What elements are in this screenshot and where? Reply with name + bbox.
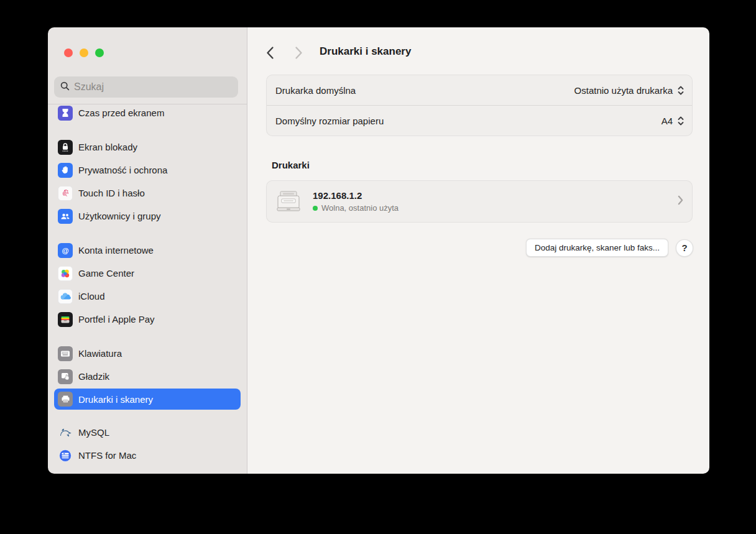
defaults-card: Drukarka domyślna Ostatnio użyta drukark… xyxy=(266,75,693,136)
system-settings-window: Szukaj Czas przed ekranem Ekran blokady xyxy=(48,27,709,474)
sidebar-item-touch-id-i-haslo[interactable]: Touch ID i hasło xyxy=(54,182,241,205)
forward-chevron-icon[interactable] xyxy=(291,45,306,61)
sidebar-item-label: Konta internetowe xyxy=(78,245,154,255)
cloud-icon xyxy=(58,289,73,304)
sidebar-item-czas-przed-ekranem[interactable]: Czas przed ekranem xyxy=(54,104,241,124)
sidebar-item-ekran-blokady[interactable]: Ekran blokady xyxy=(54,136,241,159)
wallet-icon xyxy=(58,312,73,327)
content-pane: Drukarki i skanery Drukarka domyślna Ost… xyxy=(247,27,709,474)
printer-status-text: Wolna, ostatnio użyta xyxy=(321,203,399,213)
dolphin-icon xyxy=(58,425,73,440)
sidebar-item-gladzik[interactable]: Gładzik xyxy=(54,365,241,388)
search-placeholder: Szukaj xyxy=(74,81,104,93)
hand-icon xyxy=(58,163,73,178)
actions-row: Dodaj drukarkę, skaner lub faks... ? xyxy=(526,239,693,257)
help-button[interactable]: ? xyxy=(676,239,693,257)
printers-section-title: Drukarki xyxy=(272,160,310,170)
sidebar-item-label: MySQL xyxy=(78,427,109,438)
nav-controls xyxy=(262,45,306,61)
sidebar: Szukaj Czas przed ekranem Ekran blokady xyxy=(48,27,247,474)
chevron-right-icon xyxy=(678,195,683,208)
sidebar-item-label: NTFS for Mac xyxy=(78,450,136,461)
default-paper-row: Domyślny rozmiar papieru A4 xyxy=(267,105,692,136)
sidebar-item-drukarki-i-skanery[interactable]: Drukarki i skanery xyxy=(54,389,241,410)
close-window-button[interactable] xyxy=(64,48,73,57)
sidebar-item-mysql[interactable]: MySQL xyxy=(54,421,241,444)
printer-info: 192.168.1.2 Wolna, ostatnio użyta xyxy=(313,190,673,213)
trackpad-icon xyxy=(58,369,73,384)
page-title: Drukarki i skanery xyxy=(320,45,411,58)
printer-icon xyxy=(58,392,73,407)
hourglass-icon xyxy=(58,106,73,121)
sidebar-item-game-center[interactable]: Game Center xyxy=(54,262,241,285)
default-printer-select[interactable] xyxy=(677,85,685,96)
at-icon: @ xyxy=(58,243,73,258)
default-printer-row: Drukarka domyślna Ostatnio użyta drukark… xyxy=(267,75,692,105)
sidebar-item-icloud[interactable]: iCloud xyxy=(54,285,241,308)
default-paper-select[interactable] xyxy=(677,116,685,126)
printer-status: Wolna, ostatnio użyta xyxy=(313,203,673,213)
sidebar-item-prywatnosc-i-ochrona[interactable]: Prywatność i ochrona xyxy=(54,159,241,182)
default-paper-value: A4 xyxy=(662,116,673,126)
game-center-icon xyxy=(58,266,73,281)
svg-text:@: @ xyxy=(62,246,68,254)
traffic-lights xyxy=(64,48,104,57)
sidebar-item-label: Drukarki i skanery xyxy=(78,394,153,405)
sidebar-item-label: Touch ID i hasło xyxy=(78,188,145,198)
sidebar-item-portfel-i-apple-pay[interactable]: Portfel i Apple Pay xyxy=(54,308,241,331)
status-dot-icon xyxy=(313,206,318,211)
sidebar-item-label: iCloud xyxy=(78,291,105,302)
sidebar-item-klawiatura[interactable]: Klawiatura xyxy=(54,342,241,365)
disk-icon xyxy=(58,448,73,463)
back-chevron-icon[interactable] xyxy=(262,45,277,61)
sidebar-list: Czas przed ekranem Ekran blokady Prywatn… xyxy=(48,104,247,474)
users-icon xyxy=(58,209,73,224)
fingerprint-icon xyxy=(58,186,73,201)
printer-row[interactable]: 192.168.1.2 Wolna, ostatnio użyta xyxy=(266,180,693,223)
sidebar-item-label: Klawiatura xyxy=(78,348,122,359)
minimize-window-button[interactable] xyxy=(80,48,88,57)
default-paper-label: Domyślny rozmiar papieru xyxy=(275,116,662,126)
printer-name: 192.168.1.2 xyxy=(313,190,673,201)
sidebar-item-label: Ekran blokady xyxy=(78,142,137,152)
zoom-window-button[interactable] xyxy=(95,48,104,57)
sidebar-item-ntfs-for-mac[interactable]: NTFS for Mac xyxy=(54,444,241,467)
default-printer-label: Drukarka domyślna xyxy=(275,85,574,96)
add-printer-button[interactable]: Dodaj drukarkę, skaner lub faks... xyxy=(526,239,668,257)
sidebar-item-konta-internetowe[interactable]: @ Konta internetowe xyxy=(54,239,241,262)
sidebar-item-label: Gładzik xyxy=(78,371,109,382)
search-icon xyxy=(60,81,70,93)
printer-device-icon xyxy=(275,189,302,214)
default-printer-value: Ostatnio użyta drukarka xyxy=(574,85,673,96)
sidebar-item-label: Portfel i Apple Pay xyxy=(78,314,155,325)
search-input[interactable]: Szukaj xyxy=(54,76,238,98)
sidebar-item-label: Użytkownicy i grupy xyxy=(78,211,161,221)
lock-icon xyxy=(58,140,73,155)
sidebar-item-label: Czas przed ekranem xyxy=(78,108,164,118)
sidebar-item-uzytkownicy-i-grupy[interactable]: Użytkownicy i grupy xyxy=(54,205,241,228)
sidebar-item-label: Game Center xyxy=(78,268,134,279)
sidebar-item-label: Prywatność i ochrona xyxy=(78,165,167,175)
keyboard-icon xyxy=(58,346,73,361)
